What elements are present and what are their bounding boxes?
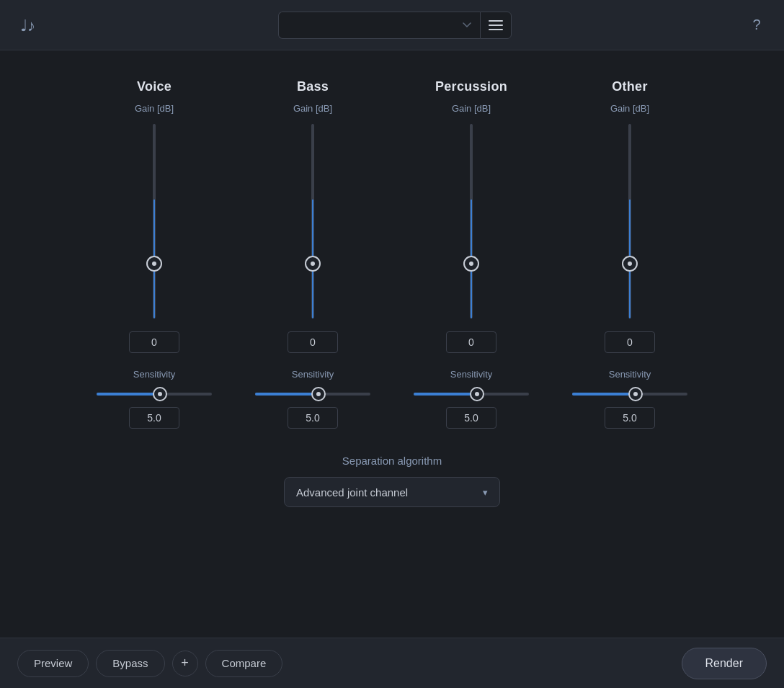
channel-bass: Bass Gain [dB] 0 Sensitivity 5.0 bbox=[233, 79, 392, 429]
gain-track-other bbox=[628, 124, 631, 318]
sensitivity-fill-bass bbox=[255, 393, 318, 396]
bypass-button[interactable]: Bypass bbox=[96, 650, 164, 677]
gain-thumb-voice[interactable] bbox=[146, 256, 162, 272]
sensitivity-slider-percussion[interactable] bbox=[414, 388, 529, 400]
gain-slider-voice[interactable] bbox=[153, 124, 156, 318]
channel-percussion: Percussion Gain [dB] 0 Sensitivity 5.0 bbox=[392, 79, 551, 429]
channel-name-bass: Bass bbox=[297, 79, 329, 94]
add-button[interactable]: + bbox=[172, 651, 198, 676]
svg-text:♩♪: ♩♪ bbox=[20, 17, 35, 35]
sensitivity-thumb-percussion[interactable] bbox=[470, 387, 484, 401]
chevron-down-icon bbox=[463, 22, 471, 28]
sensitivity-value-bass[interactable]: 5.0 bbox=[288, 407, 338, 429]
sensitivity-track-voice bbox=[97, 393, 212, 396]
logo-area: ♩♪ bbox=[14, 9, 46, 41]
channel-name-other: Other bbox=[612, 79, 648, 94]
gain-label-voice: Gain [dB] bbox=[135, 103, 174, 114]
sensitivity-thumb-bass[interactable] bbox=[311, 387, 326, 401]
algorithm-label: Separation algorithm bbox=[342, 455, 442, 467]
gain-thumb-percussion[interactable] bbox=[463, 256, 479, 272]
header: ♩♪ ? bbox=[0, 0, 784, 50]
gain-value-voice[interactable]: 0 bbox=[129, 331, 179, 353]
algorithm-section: Separation algorithm Advanced joint chan… bbox=[284, 455, 500, 507]
header-center bbox=[278, 12, 512, 39]
preview-button[interactable]: Preview bbox=[17, 650, 89, 677]
channels-row: Voice Gain [dB] 0 Sensitivity 5.0 Bass G… bbox=[43, 79, 741, 429]
gain-slider-other[interactable] bbox=[628, 124, 631, 318]
sensitivity-fill-percussion bbox=[414, 393, 477, 396]
svg-rect-2 bbox=[489, 24, 503, 26]
gain-slider-percussion[interactable] bbox=[470, 124, 473, 318]
gain-track-percussion bbox=[470, 124, 473, 318]
sensitivity-slider-voice[interactable] bbox=[97, 388, 212, 400]
sensitivity-fill-other bbox=[572, 393, 636, 396]
gain-label-bass: Gain [dB] bbox=[293, 103, 332, 114]
gain-value-bass[interactable]: 0 bbox=[288, 331, 338, 353]
sensitivity-slider-bass[interactable] bbox=[255, 388, 370, 400]
channel-other: Other Gain [dB] 0 Sensitivity 5.0 bbox=[551, 79, 709, 429]
sensitivity-track-bass bbox=[255, 393, 370, 396]
sensitivity-value-other[interactable]: 5.0 bbox=[605, 407, 655, 429]
gain-track-voice bbox=[153, 124, 156, 318]
gain-slider-bass[interactable] bbox=[311, 124, 314, 318]
sensitivity-section-other: Sensitivity 5.0 bbox=[551, 369, 709, 429]
sensitivity-slider-other[interactable] bbox=[572, 388, 687, 400]
preset-dropdown[interactable] bbox=[278, 12, 480, 39]
channel-name-voice: Voice bbox=[137, 79, 172, 94]
help-button[interactable]: ? bbox=[744, 12, 770, 38]
gain-value-percussion[interactable]: 0 bbox=[446, 331, 496, 353]
logo-icon: ♩♪ bbox=[14, 9, 46, 41]
sensitivity-value-voice[interactable]: 5.0 bbox=[129, 407, 179, 429]
hamburger-icon bbox=[489, 20, 503, 30]
svg-rect-3 bbox=[489, 29, 503, 30]
algorithm-value: Advanced joint channel bbox=[296, 486, 408, 499]
help-label: ? bbox=[752, 17, 760, 33]
render-button[interactable]: Render bbox=[682, 648, 767, 679]
gain-thumb-other[interactable] bbox=[622, 256, 638, 272]
sensitivity-label-bass: Sensitivity bbox=[292, 369, 334, 380]
sensitivity-section-bass: Sensitivity 5.0 bbox=[233, 369, 392, 429]
gain-track-bass bbox=[311, 124, 314, 318]
algorithm-dropdown[interactable]: Advanced joint channel ▾ bbox=[284, 477, 500, 507]
gain-thumb-bass[interactable] bbox=[305, 256, 321, 272]
sensitivity-track-other bbox=[572, 393, 687, 396]
gain-label-other: Gain [dB] bbox=[610, 103, 649, 114]
sensitivity-value-percussion[interactable]: 5.0 bbox=[446, 407, 496, 429]
sensitivity-section-percussion: Sensitivity 5.0 bbox=[392, 369, 551, 429]
sensitivity-label-other: Sensitivity bbox=[609, 369, 651, 380]
svg-rect-1 bbox=[489, 20, 503, 22]
sensitivity-label-voice: Sensitivity bbox=[133, 369, 176, 380]
sensitivity-fill-voice bbox=[97, 393, 160, 396]
menu-button[interactable] bbox=[480, 12, 512, 39]
footer: Preview Bypass + Compare Render bbox=[0, 638, 784, 688]
gain-value-other[interactable]: 0 bbox=[605, 331, 655, 353]
channel-voice: Voice Gain [dB] 0 Sensitivity 5.0 bbox=[75, 79, 233, 429]
sensitivity-label-percussion: Sensitivity bbox=[450, 369, 493, 380]
sensitivity-thumb-voice[interactable] bbox=[153, 387, 167, 401]
sensitivity-section-voice: Sensitivity 5.0 bbox=[75, 369, 233, 429]
gain-label-percussion: Gain [dB] bbox=[452, 103, 491, 114]
sensitivity-thumb-other[interactable] bbox=[628, 387, 643, 401]
sensitivity-track-percussion bbox=[414, 393, 529, 396]
chevron-down-icon: ▾ bbox=[483, 487, 488, 498]
channel-name-percussion: Percussion bbox=[435, 79, 507, 94]
main-content: Voice Gain [dB] 0 Sensitivity 5.0 Bass G… bbox=[0, 50, 784, 638]
compare-button[interactable]: Compare bbox=[205, 650, 283, 677]
